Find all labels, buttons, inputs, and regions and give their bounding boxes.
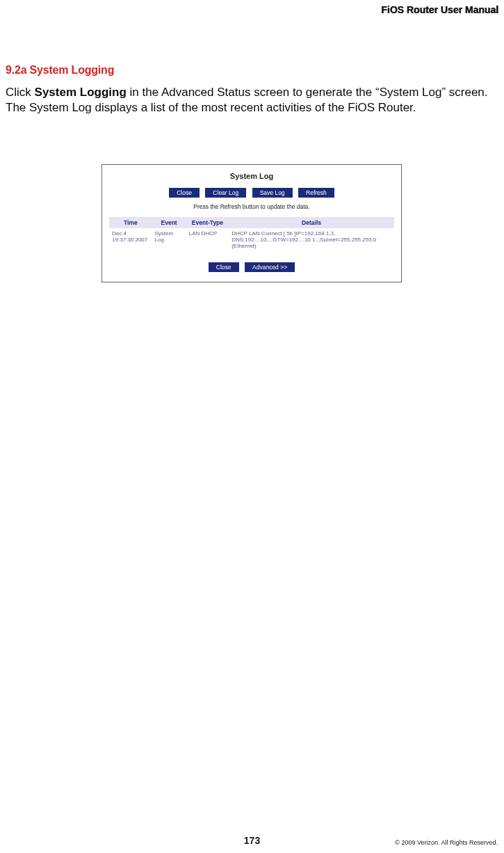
- body-paragraph: Click System Logging in the Advanced Sta…: [6, 85, 490, 115]
- body-text-bold: System Logging: [35, 86, 127, 99]
- page-header-title: FiOS Router User Manual: [381, 4, 498, 15]
- advanced-button[interactable]: Advanced >>: [245, 262, 295, 272]
- section-heading: 9.2a System Logging: [6, 64, 114, 77]
- body-text-pre: Click: [6, 86, 35, 99]
- clear-log-button[interactable]: Clear Log: [205, 188, 246, 198]
- cell-details: DHCP LAN Connect [ 56 ]IP=192.168.1.3, D…: [229, 228, 394, 251]
- bottom-button-row: Close Advanced >>: [108, 260, 396, 272]
- close-button-top[interactable]: Close: [169, 188, 200, 198]
- th-event-type: Event-Type: [186, 217, 229, 228]
- instruction-text: Press the Refresh button to update the d…: [108, 203, 396, 210]
- table-header-row: Time Event Event-Type Details: [109, 217, 394, 228]
- system-log-title: System Log: [108, 172, 396, 180]
- refresh-button[interactable]: Refresh: [298, 188, 334, 198]
- system-log-screenshot: System Log Close Clear Log Save Log Refr…: [101, 164, 402, 282]
- copyright-text: © 2009 Verizon. All Rights Reserved.: [395, 839, 498, 846]
- save-log-button[interactable]: Save Log: [252, 188, 293, 198]
- cell-event-type: LAN DHCP: [186, 228, 229, 251]
- table-row: Dec 4 19:37:30 2007 System Log LAN DHCP …: [109, 228, 394, 251]
- page-footer: 173 © 2009 Verizon. All Rights Reserved.: [0, 835, 504, 846]
- cell-time: Dec 4 19:37:30 2007: [109, 228, 152, 251]
- th-details: Details: [229, 217, 394, 228]
- log-table: Time Event Event-Type Details Dec 4 19:3…: [109, 217, 394, 251]
- close-button-bottom[interactable]: Close: [209, 262, 239, 272]
- cell-event: System Log: [152, 228, 186, 251]
- th-event: Event: [152, 217, 186, 228]
- top-button-row: Close Clear Log Save Log Refresh: [108, 185, 396, 198]
- th-time: Time: [109, 217, 152, 228]
